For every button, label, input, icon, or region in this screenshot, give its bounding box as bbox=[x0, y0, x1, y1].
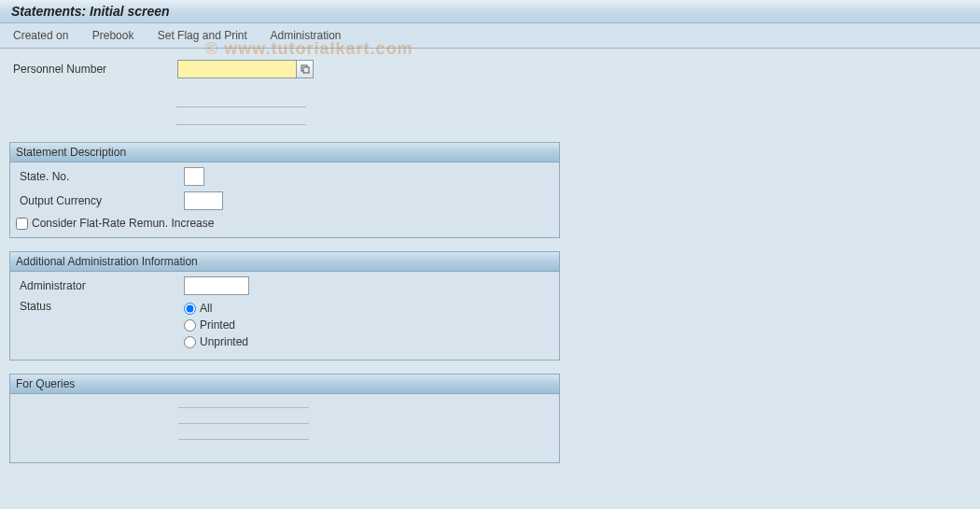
statement-description-group: Statement Description State. No. Output … bbox=[9, 142, 560, 238]
personnel-number-wrap bbox=[177, 60, 314, 78]
flat-rate-checkbox[interactable] bbox=[16, 218, 28, 230]
blank-line bbox=[178, 423, 309, 424]
status-unprinted-label: Unprinted bbox=[200, 335, 248, 348]
status-printed-label: Printed bbox=[200, 318, 235, 332]
menu-created-on[interactable]: Created on bbox=[13, 29, 68, 42]
menu-bar: Created on Prebook Set Flag and Print Ad… bbox=[0, 23, 980, 49]
flat-rate-label: Consider Flat-Rate Remun. Increase bbox=[32, 217, 214, 230]
output-currency-row: Output Currency bbox=[16, 191, 553, 211]
status-radio-all[interactable] bbox=[184, 303, 196, 315]
svg-rect-1 bbox=[303, 67, 309, 73]
admin-info-title: Additional Administration Information bbox=[10, 252, 559, 272]
status-options: All Printed Unprinted bbox=[184, 300, 248, 350]
statement-description-body: State. No. Output Currency Consider Flat… bbox=[10, 163, 559, 237]
blank-line bbox=[178, 407, 309, 408]
blank-line bbox=[178, 439, 309, 440]
blank-line bbox=[175, 106, 306, 107]
administrator-label: Administrator bbox=[16, 279, 184, 292]
window-title: Statements: Initial screen bbox=[0, 0, 980, 23]
search-help-icon[interactable] bbox=[297, 60, 314, 78]
state-no-input[interactable] bbox=[184, 167, 204, 186]
f4-icon bbox=[301, 64, 310, 74]
flat-rate-row: Consider Flat-Rate Remun. Increase bbox=[16, 215, 553, 232]
output-currency-input[interactable] bbox=[184, 191, 223, 210]
status-label: Status bbox=[16, 300, 184, 313]
blank-line bbox=[175, 124, 306, 125]
status-radio-printed[interactable] bbox=[184, 319, 196, 332]
menu-administration[interactable]: Administration bbox=[271, 29, 342, 42]
blank-lines-top bbox=[175, 106, 971, 125]
state-no-row: State. No. bbox=[16, 166, 553, 187]
for-queries-title: For Queries bbox=[10, 375, 559, 394]
administrator-row: Administrator bbox=[16, 276, 553, 296]
output-currency-label: Output Currency bbox=[16, 194, 184, 207]
menu-prebook[interactable]: Prebook bbox=[92, 29, 134, 42]
personnel-number-input[interactable] bbox=[177, 60, 297, 78]
state-no-label: State. No. bbox=[16, 170, 184, 183]
administrator-input[interactable] bbox=[184, 276, 249, 295]
menu-set-flag-print[interactable]: Set Flag and Print bbox=[158, 29, 247, 42]
admin-info-group: Additional Administration Information Ad… bbox=[9, 251, 560, 361]
status-radio-unprinted[interactable] bbox=[184, 336, 196, 348]
personnel-number-label: Personnel Number bbox=[9, 63, 177, 76]
statement-description-title: Statement Description bbox=[10, 143, 559, 163]
status-row: Status All Printed Unprinted bbox=[16, 300, 553, 350]
for-queries-body bbox=[10, 394, 559, 462]
for-queries-group: For Queries bbox=[9, 374, 560, 463]
title-text: Statements: Initial screen bbox=[11, 4, 170, 19]
status-all-label: All bbox=[200, 302, 212, 315]
personnel-number-row: Personnel Number bbox=[9, 60, 971, 78]
admin-info-body: Administrator Status All Printed bbox=[10, 272, 559, 360]
content-area: Personnel Number Statement Description S… bbox=[0, 49, 980, 474]
